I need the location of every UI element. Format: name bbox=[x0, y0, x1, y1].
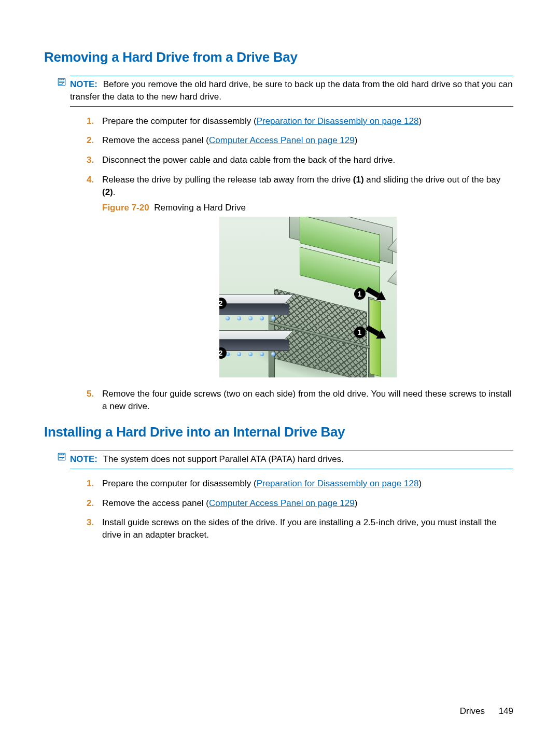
note-text: Before you remove the old hard drive, be… bbox=[70, 79, 513, 102]
note-box-removing: NOTE: Before you remove the old hard dri… bbox=[70, 76, 513, 107]
removing-step-3: 3. Disconnect the power cable and data c… bbox=[87, 154, 513, 166]
step-marker: 4. bbox=[87, 174, 94, 186]
removing-step-1: 1. Prepare the computer for disassembly … bbox=[87, 115, 513, 128]
section-removing-heading: Removing a Hard Drive from a Drive Bay bbox=[44, 49, 513, 65]
note-box-installing: NOTE: The system does not support Parall… bbox=[70, 451, 513, 469]
step-marker: 1. bbox=[87, 115, 94, 128]
link-preparation-disassembly[interactable]: Preparation for Disassembly on page 128 bbox=[257, 116, 419, 126]
page-footer: Drives 149 bbox=[460, 706, 513, 716]
step-marker: 3. bbox=[87, 516, 94, 529]
link-preparation-disassembly[interactable]: Preparation for Disassembly on page 128 bbox=[257, 479, 419, 488]
installing-steps-list: 1. Prepare the computer for disassembly … bbox=[87, 477, 513, 541]
callout-1: 1 bbox=[354, 288, 366, 300]
note-label: NOTE: bbox=[70, 454, 97, 464]
step-text: Install guide screws on the sides of the… bbox=[102, 517, 497, 540]
section-installing-heading: Installing a Hard Drive into an Internal… bbox=[44, 424, 513, 440]
removing-step-5: 5. Remove the four guide screws (two on … bbox=[87, 388, 513, 413]
step-text: Remove the access panel ( bbox=[102, 135, 209, 145]
footer-section-name: Drives bbox=[460, 706, 485, 716]
drive-bay-illustration: 1 1 2 2 bbox=[219, 217, 397, 377]
step-text: Remove the access panel ( bbox=[102, 498, 209, 508]
footer-page-number: 149 bbox=[499, 706, 513, 716]
removing-steps-list: 1. Prepare the computer for disassembly … bbox=[87, 115, 513, 413]
note-icon bbox=[57, 452, 66, 461]
step-text: Prepare the computer for disassembly ( bbox=[102, 116, 257, 126]
note-text: The system does not support Parallel ATA… bbox=[103, 454, 344, 464]
step-text: Remove the four guide screws (two on eac… bbox=[102, 389, 511, 411]
figure-removing-hard-drive: 1 1 2 2 bbox=[219, 217, 397, 377]
installing-step-1: 1. Prepare the computer for disassembly … bbox=[87, 477, 513, 490]
callout-2: 2 bbox=[219, 347, 227, 359]
step-marker: 1. bbox=[87, 477, 94, 490]
note-icon bbox=[57, 77, 66, 87]
installing-step-3: 3. Install guide screws on the sides of … bbox=[87, 516, 513, 541]
figure-label: Figure 7-20 bbox=[102, 203, 149, 213]
step-marker: 2. bbox=[87, 134, 94, 147]
step-text: Disconnect the power cable and data cabl… bbox=[102, 155, 395, 165]
callout-1: 1 bbox=[354, 327, 366, 338]
step-marker: 2. bbox=[87, 497, 94, 510]
step-text: Release the drive by pulling the release… bbox=[102, 175, 500, 197]
link-computer-access-panel[interactable]: Computer Access Panel on page 129 bbox=[209, 498, 355, 508]
note-label: NOTE: bbox=[70, 79, 97, 89]
removing-step-2: 2. Remove the access panel (Computer Acc… bbox=[87, 134, 513, 147]
figure-caption: Figure 7-20 Removing a Hard Drive bbox=[102, 202, 513, 214]
link-computer-access-panel[interactable]: Computer Access Panel on page 129 bbox=[209, 135, 355, 145]
removing-step-4: 4. Release the drive by pulling the rele… bbox=[87, 174, 513, 377]
step-text: Prepare the computer for disassembly ( bbox=[102, 479, 257, 488]
figure-title: Removing a Hard Drive bbox=[154, 203, 246, 213]
step-marker: 3. bbox=[87, 154, 94, 166]
installing-step-2: 2. Remove the access panel (Computer Acc… bbox=[87, 497, 513, 510]
step-marker: 5. bbox=[87, 388, 94, 400]
